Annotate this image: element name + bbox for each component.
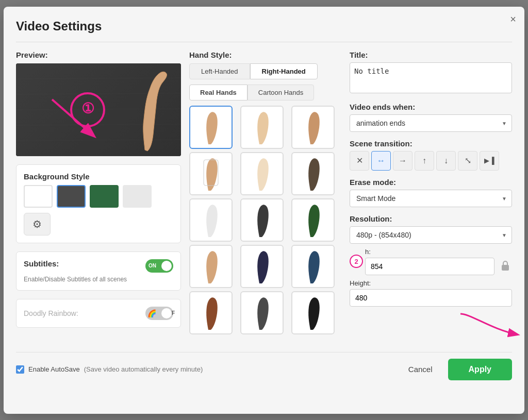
rainbow-icon: 🌈 <box>147 309 156 317</box>
annotation-circle-2: 2 <box>350 255 363 268</box>
hand-option-2[interactable] <box>240 106 284 149</box>
subtitles-toggle-label: ON <box>148 263 156 268</box>
tab-real-hands[interactable]: Real Hands <box>189 85 248 100</box>
tab-left-handed[interactable]: Left-Handed <box>189 63 250 79</box>
hand-style-tabs: Left-Handed Right-Handed <box>189 63 341 79</box>
video-ends-label: Video ends when: <box>350 103 512 111</box>
width-input[interactable] <box>365 258 494 275</box>
height-group: Height: <box>350 279 512 307</box>
bg-swatch-light[interactable] <box>123 185 152 208</box>
doodly-rainbow-toggle[interactable]: 🌈 OFF <box>145 307 173 320</box>
trans-btn-down[interactable]: ↓ <box>436 151 456 171</box>
hand-option-13[interactable] <box>189 291 233 334</box>
arrow-annotation-wrap <box>350 309 512 334</box>
footer-buttons: Cancel Apply <box>398 359 512 380</box>
apply-arrow <box>430 309 528 340</box>
doodly-rainbow-section: Doodly Rainbow: 🌈 OFF <box>16 299 181 328</box>
hand-option-14[interactable] <box>240 291 284 334</box>
video-ends-section: Video ends when: animation ends last sce… <box>350 103 512 132</box>
scene-transition-label: Scene transition: <box>350 139 512 148</box>
divider <box>16 42 512 42</box>
preview-box: ① <box>16 63 181 156</box>
subtitles-toggle[interactable]: ON <box>145 259 173 273</box>
resolution-select[interactable]: 480p - (854x480) 720p - (1280x720) 1080p… <box>350 226 512 244</box>
hand-option-7[interactable] <box>189 198 233 242</box>
trans-btn-up[interactable]: ↑ <box>415 151 434 171</box>
hand-option-9[interactable] <box>291 198 335 242</box>
hand-option-4[interactable] <box>189 152 233 195</box>
trans-btn-none[interactable]: ✕ <box>350 151 369 171</box>
background-style-section: Background Style ⚙ <box>16 164 181 243</box>
hand-option-8[interactable] <box>240 198 284 242</box>
bg-style-label: Background Style <box>24 172 173 181</box>
video-settings-modal: × Video Settings Preview: <box>4 7 524 414</box>
bg-settings-button[interactable]: ⚙ <box>24 213 51 236</box>
hand-type-tabs: Real Hands Cartoon Hands <box>189 85 341 100</box>
bg-swatches <box>24 185 173 208</box>
trans-btn-right[interactable]: → <box>393 151 412 171</box>
hand-option-5[interactable] <box>240 152 284 195</box>
close-button[interactable]: × <box>510 14 516 24</box>
subtitles-label: Subtitles: <box>24 259 59 268</box>
apply-button[interactable]: Apply <box>448 359 512 380</box>
erase-mode-select[interactable]: Smart Mode Normal Mode <box>350 190 512 207</box>
middle-column: Hand Style: Left-Handed Right-Handed Rea… <box>189 51 341 334</box>
video-ends-wrapper: animation ends last scene ends manually <box>350 114 512 132</box>
trans-btn-expand[interactable]: ⤡ <box>458 151 477 171</box>
doodly-row: Doodly Rainbow: 🌈 OFF <box>24 307 173 320</box>
autosave-label: Enable AutoSave <box>28 365 80 373</box>
bg-swatch-white[interactable] <box>24 185 53 208</box>
lock-icon <box>501 260 510 271</box>
hand-option-15[interactable] <box>291 291 335 334</box>
transition-buttons: ✕ ↔ → ↑ ↓ ⤡ ▶▐ <box>350 151 512 171</box>
bg-swatch-black[interactable] <box>57 185 86 208</box>
trans-btn-video[interactable]: ▶▐ <box>480 151 499 171</box>
svg-rect-9 <box>502 265 509 271</box>
width-group: h: <box>365 248 494 275</box>
height-input[interactable] <box>350 289 512 307</box>
preview-arrow <box>47 94 109 146</box>
modal-title: Video Settings <box>16 19 512 33</box>
video-ends-select[interactable]: animation ends last scene ends manually <box>350 114 512 132</box>
resolution-wrapper: 480p - (854x480) 720p - (1280x720) 1080p… <box>350 226 512 244</box>
right-column: Title: Video ends when: animation ends l… <box>350 51 512 342</box>
autosave-description: (Save video automatically every minute) <box>84 365 203 373</box>
hand-grid <box>189 106 341 334</box>
hand-option-3[interactable] <box>291 106 335 149</box>
erase-mode-section: Erase mode: Smart Mode Normal Mode <box>350 178 512 207</box>
bg-swatch-green[interactable] <box>90 185 119 208</box>
cancel-button[interactable]: Cancel <box>398 360 443 379</box>
preview-label: Preview: <box>16 51 181 59</box>
title-section: Title: <box>350 51 512 95</box>
wh-row: 2 h: <box>350 248 512 275</box>
height-label: Height: <box>350 279 512 287</box>
autosave-section: Enable AutoSave (Save video automaticall… <box>16 365 203 374</box>
title-label: Title: <box>350 51 512 59</box>
width-label: h: <box>365 248 494 256</box>
hand-option-6[interactable] <box>291 152 335 195</box>
rainbow-toggle-knob <box>161 308 172 318</box>
tab-cartoon-hands[interactable]: Cartoon Hands <box>248 85 314 100</box>
lock-icon-wrap <box>499 260 512 271</box>
modal-footer: Enable AutoSave (Save video automaticall… <box>16 352 512 380</box>
erase-mode-label: Erase mode: <box>350 178 512 187</box>
preview-chalkboard: ① <box>16 63 181 156</box>
resolution-label: Resolution: <box>350 214 512 223</box>
hand-option-11[interactable] <box>240 245 284 288</box>
hand-option-12[interactable] <box>291 245 335 288</box>
tab-right-handed[interactable]: Right-Handed <box>250 63 318 79</box>
hand-option-1[interactable] <box>189 106 233 149</box>
title-input[interactable] <box>350 62 512 93</box>
subtitles-description: Enable/Disable Subtitles of all scenes <box>24 276 173 283</box>
left-column: Preview: <box>16 51 181 328</box>
hand-style-label: Hand Style: <box>189 51 341 59</box>
hand-option-10[interactable] <box>189 245 233 288</box>
trans-btn-slide[interactable]: ↔ <box>371 151 391 171</box>
scene-transition-section: Scene transition: ✕ ↔ → ↑ ↓ ⤡ ▶▐ <box>350 139 512 171</box>
subtitles-toggle-knob <box>161 261 172 271</box>
subtitles-row: Subtitles: ON <box>24 259 173 273</box>
subtitles-section: Subtitles: ON Enable/Disable Subtitles o… <box>16 251 181 291</box>
autosave-checkbox[interactable] <box>16 365 24 374</box>
erase-mode-wrapper: Smart Mode Normal Mode <box>350 190 512 207</box>
doodly-label: Doodly Rainbow: <box>24 309 78 317</box>
